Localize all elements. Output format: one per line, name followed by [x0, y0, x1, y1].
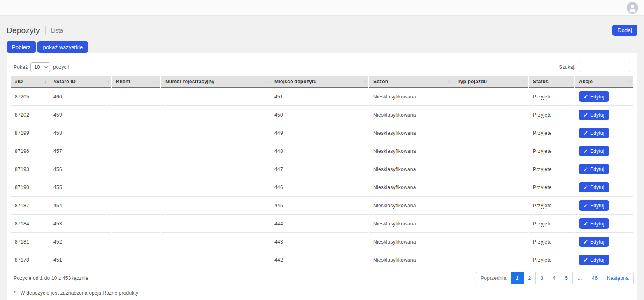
cell-typ-pojazdu [453, 160, 528, 178]
sort-icon: ↑↓ [155, 79, 159, 84]
cell-id: 87196 [11, 142, 49, 160]
edit-button[interactable]: Edytuj [579, 164, 609, 174]
pagination-page-46[interactable]: 46 [587, 272, 602, 284]
cell-klient [112, 106, 160, 124]
sort-icon: ↑↓ [363, 79, 367, 84]
cell-status: Przyjęte [529, 106, 574, 124]
pagination-page-5[interactable]: 5 [560, 272, 573, 284]
pencil-icon [584, 239, 588, 244]
edit-button[interactable]: Edytuj [579, 91, 609, 102]
search-label: Szukaj: [559, 64, 576, 70]
page-content: Depozyty Lista Dodaj Pobierz pokaż wszys… [0, 24, 644, 300]
cell-status: Przyjęte [529, 142, 574, 160]
pagination-page-3[interactable]: 3 [535, 272, 548, 284]
deposits-card: Pokaż 10 pozycji Szukaj: [7, 53, 637, 300]
table-row: 87196 457 448 Niesklasyfikowana Przyjęte… [11, 142, 633, 160]
pencil-icon [584, 112, 588, 117]
table-row: 87193 456 447 Niesklasyfikowana Przyjęte… [11, 160, 633, 178]
cell-id: 87184 [11, 215, 49, 233]
search-control: Szukaj: [559, 62, 630, 72]
show-all-button[interactable]: pokaż wszystkie [37, 41, 88, 53]
pagination-page-1[interactable]: 1 [511, 272, 524, 284]
cell-akcje: Edytuj [575, 142, 633, 160]
cell-miejsce-depozytu: 444 [270, 215, 368, 233]
cell-status: Przyjęte [529, 88, 574, 106]
column-header-typ-pojazdu[interactable]: Typ pojazdu ↑↓ [453, 76, 528, 88]
cell-numer-rejestracyjny [161, 142, 270, 160]
cell-miejsce-depozytu: 442 [270, 251, 368, 269]
pagination-ellipsis: … [572, 272, 587, 284]
edit-button[interactable]: Edytuj [579, 146, 609, 156]
table-toolbar: Pokaż 10 pozycji Szukaj: [10, 53, 634, 76]
pagination-page-2[interactable]: 2 [523, 272, 536, 284]
table-footer: Pozycje od 1 do 10 z 453 łącznie Poprzed… [10, 269, 634, 284]
column-header-klient[interactable]: Klient ↑↓ [112, 76, 160, 88]
column-header-numer-rejestracyjny[interactable]: Numer rejestracyjny ↑↓ [161, 76, 270, 88]
cell-klient [112, 197, 160, 215]
edit-button[interactable]: Edytuj [579, 237, 609, 247]
table-footnote: * - W depozycie jest zaznaczona opcja Ró… [10, 284, 634, 296]
add-button[interactable]: Dodaj [612, 25, 637, 36]
search-input[interactable] [579, 62, 630, 72]
edit-button[interactable]: Edytuj [579, 218, 609, 229]
edit-button[interactable]: Edytuj [579, 110, 609, 120]
column-header-sezon[interactable]: Sezon ↑↓ [369, 76, 453, 88]
cell-stare-id: 457 [49, 142, 111, 160]
cell-typ-pojazdu [453, 106, 528, 124]
pagination: Poprzednia 1 2 3 4 5 … 46 Następna [476, 272, 634, 284]
pencil-icon [584, 94, 588, 99]
cell-stare-id: 451 [49, 251, 111, 269]
page-header: Depozyty Lista Dodaj [7, 24, 637, 36]
page-size-select[interactable]: 10 [30, 62, 50, 72]
edit-button[interactable]: Edytuj [579, 255, 609, 265]
edit-button[interactable]: Edytuj [579, 200, 609, 211]
table-row: 87202 459 450 Niesklasyfikowana Przyjęte… [11, 106, 633, 124]
table-row: 87205 460 451 Niesklasyfikowana Przyjęte… [11, 88, 633, 106]
sort-icon: ↑↓ [628, 79, 632, 84]
edit-button[interactable]: Edytuj [579, 182, 609, 192]
cell-klient [112, 251, 160, 269]
cell-miejsce-depozytu: 450 [270, 106, 368, 124]
cell-akcje: Edytuj [575, 178, 633, 197]
column-header-stare-id[interactable]: #Stare ID ↑↓ [49, 76, 111, 88]
column-header-id[interactable]: #ID ↑↓ [11, 76, 49, 88]
pagination-next[interactable]: Następna [602, 272, 634, 284]
cell-miejsce-depozytu: 446 [270, 178, 368, 197]
cell-akcje: Edytuj [575, 124, 633, 142]
cell-status: Przyjęte [529, 215, 574, 233]
cell-klient [112, 124, 160, 142]
table-header-row: #ID ↑↓ #Stare ID ↑↓ Klient ↑↓ Numer reje… [11, 76, 633, 88]
cell-sezon: Niesklasyfikowana [369, 142, 453, 160]
cell-stare-id: 460 [49, 88, 111, 106]
edit-button[interactable]: Edytuj [579, 128, 609, 138]
cell-sezon: Niesklasyfikowana [369, 233, 453, 251]
cell-miejsce-depozytu: 447 [270, 160, 368, 178]
cell-id: 87181 [11, 233, 49, 251]
table-row: 87190 455 446 Niesklasyfikowana Przyjęte… [11, 178, 633, 197]
cell-akcje: Edytuj [575, 251, 633, 269]
download-button[interactable]: Pobierz [7, 41, 36, 53]
cell-sezon: Niesklasyfikowana [369, 88, 453, 106]
cell-klient [112, 178, 160, 197]
column-header-status: Status [529, 76, 574, 88]
pagination-previous[interactable]: Poprzednia [476, 272, 511, 284]
sort-icon: ↑↓ [43, 79, 47, 84]
pagination-page-4[interactable]: 4 [548, 272, 560, 284]
title-divider [45, 26, 46, 35]
cell-numer-rejestracyjny [161, 251, 270, 269]
sort-icon: ↑↓ [523, 79, 526, 84]
cell-miejsce-depozytu: 443 [270, 233, 368, 251]
entries-label: pozycji [53, 64, 69, 70]
cell-numer-rejestracyjny [161, 178, 270, 197]
cell-miejsce-depozytu: 448 [270, 142, 368, 160]
column-header-akcje[interactable]: Akcje ↑↓ [575, 76, 633, 88]
cell-typ-pojazdu [453, 215, 528, 233]
cell-numer-rejestracyjny [161, 215, 270, 233]
cell-status: Przyjęte [529, 197, 574, 215]
topbar [0, 0, 644, 16]
cell-sezon: Niesklasyfikowana [369, 251, 453, 269]
cell-miejsce-depozytu: 445 [270, 197, 368, 215]
column-header-miejsce-depozytu[interactable]: Miejsce depozytu ↑↓ [270, 76, 368, 88]
user-avatar-button[interactable] [627, 2, 638, 14]
cell-akcje: Edytuj [575, 160, 633, 178]
